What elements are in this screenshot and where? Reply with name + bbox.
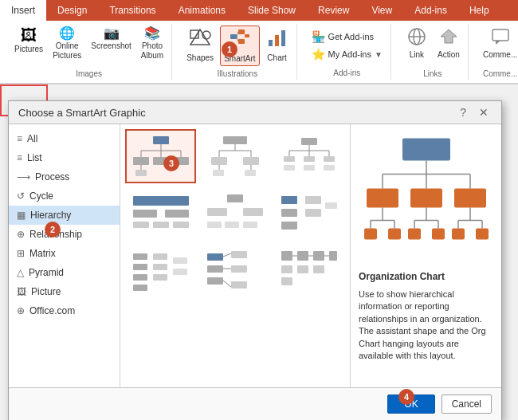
shapes-button[interactable]: Shapes — [183, 26, 217, 65]
cat-pyramid[interactable]: △ Pyramid — [9, 263, 120, 282]
dialog-help-button[interactable]: ? — [457, 106, 469, 119]
main-area: Choose a SmartArt Graphic ? ✕ ≡ All ≡ Li… — [0, 84, 518, 417]
thumb-7[interactable] — [125, 244, 196, 298]
get-addins-label: Get Add-ins — [328, 32, 374, 41]
thumb-8[interactable] — [199, 244, 270, 298]
cat-picture[interactable]: 🖼 Picture — [9, 282, 120, 301]
cat-hierarchy[interactable]: ▦ Hierarchy — [9, 206, 120, 225]
svg-rect-81 — [207, 277, 223, 285]
svg-rect-48 — [324, 156, 335, 162]
svg-line-84 — [223, 281, 231, 287]
shapes-icon — [189, 27, 211, 52]
svg-rect-87 — [231, 281, 247, 289]
thumb-2[interactable] — [199, 129, 270, 183]
online-pictures-button[interactable]: 🌐 OnlinePictures — [49, 26, 84, 62]
tab-insert[interactable]: Insert — [0, 0, 46, 21]
svg-rect-91 — [313, 251, 324, 261]
badge-number-2: 2 — [45, 222, 61, 237]
cat-process-icon: ⟶ — [17, 171, 30, 183]
cat-all-icon: ≡ — [17, 133, 22, 144]
cat-pyramid-icon: △ — [17, 267, 24, 278]
pictures-button[interactable]: 🖼 Pictures — [11, 26, 46, 56]
ribbon: Insert Design Transitions Animations Sli… — [0, 0, 518, 84]
dialog-overlay: Choose a SmartArt Graphic ? ✕ ≡ All ≡ Li… — [8, 100, 518, 417]
svg-rect-11 — [281, 30, 285, 46]
cat-list-label: List — [27, 152, 42, 163]
my-addins-button[interactable]: ⭐ My Add-ins ▼ — [308, 46, 386, 62]
tab-review[interactable]: Review — [307, 0, 360, 21]
get-addins-button[interactable]: 🏪 Get Add-ins — [308, 29, 386, 45]
cancel-button[interactable]: Cancel — [441, 394, 492, 414]
cat-list[interactable]: ≡ List — [9, 148, 120, 167]
illustrations-group-label: Illustrations — [218, 69, 258, 78]
comment-icon — [491, 27, 510, 49]
svg-rect-65 — [281, 209, 297, 217]
svg-rect-28 — [135, 170, 147, 176]
tab-addins[interactable]: Add-ins — [403, 0, 458, 21]
cat-matrix-label: Matrix — [29, 248, 56, 259]
category-panel: ≡ All ≡ List ⟶ Process ↺ Cycle — [9, 124, 120, 387]
comment-button[interactable]: Comme... — [480, 26, 518, 61]
svg-rect-9 — [269, 40, 273, 46]
cat-cycle[interactable]: ↺ Cycle — [9, 186, 120, 206]
svg-rect-123 — [476, 229, 489, 240]
link-button[interactable]: Link — [402, 26, 431, 61]
svg-rect-50 — [304, 165, 315, 171]
svg-rect-53 — [133, 210, 157, 218]
cat-relationship[interactable]: ⊕ Relationship — [9, 225, 120, 244]
cat-process[interactable]: ⟶ Process — [9, 167, 120, 186]
svg-rect-47 — [304, 156, 315, 162]
svg-rect-76 — [153, 274, 167, 281]
screenshot-button[interactable]: 📷 Screenshot — [88, 26, 135, 53]
chart-button[interactable]: Chart — [263, 26, 292, 65]
online-pictures-label: OnlinePictures — [53, 41, 81, 61]
links-items: Link Action — [402, 26, 463, 66]
photo-album-icon: 📚 — [144, 27, 160, 40]
screenshot-label: Screenshot — [91, 41, 131, 51]
tab-design[interactable]: Design — [46, 0, 98, 21]
svg-rect-63 — [243, 222, 257, 228]
svg-rect-93 — [281, 265, 292, 273]
comments-items: Comme... — [480, 26, 518, 66]
tab-view[interactable]: View — [360, 0, 403, 21]
comments-group-label: Comme... — [483, 69, 517, 78]
thumb-6[interactable] — [274, 186, 345, 241]
thumb-4[interactable] — [125, 186, 196, 241]
tab-animations[interactable]: Animations — [167, 0, 237, 21]
cat-cycle-icon: ↺ — [17, 190, 25, 202]
svg-rect-110 — [364, 229, 377, 240]
chart-icon — [266, 27, 288, 52]
svg-rect-90 — [297, 251, 308, 261]
cat-matrix[interactable]: ⊞ Matrix — [9, 244, 120, 263]
thumb-org-chart[interactable] — [125, 129, 196, 183]
svg-rect-94 — [281, 277, 292, 285]
ribbon-tabs: Insert Design Transitions Animations Sli… — [0, 0, 518, 21]
photo-album-button[interactable]: 📚 PhotoAlbum — [138, 26, 167, 62]
thumb-9[interactable] — [274, 244, 345, 298]
dialog-close-button[interactable]: ✕ — [476, 106, 492, 119]
svg-rect-74 — [153, 253, 167, 260]
cat-picture-icon: 🖼 — [17, 286, 26, 297]
tab-slideshow[interactable]: Slide Show — [237, 0, 307, 21]
preview-title: Organization Chart — [359, 271, 493, 282]
svg-rect-86 — [231, 265, 247, 273]
svg-rect-77 — [173, 257, 187, 264]
online-pictures-icon: 🌐 — [59, 27, 75, 40]
links-group-label: Links — [423, 69, 441, 78]
my-addins-dropdown[interactable]: ▼ — [375, 50, 383, 59]
svg-rect-122 — [452, 229, 465, 240]
svg-rect-54 — [165, 210, 189, 218]
cat-all[interactable]: ≡ All — [9, 129, 120, 148]
pictures-label: Pictures — [14, 45, 43, 54]
tab-transitions[interactable]: Transitions — [98, 0, 167, 21]
tab-help[interactable]: Help — [458, 0, 500, 21]
photo-album-label: PhotoAlbum — [141, 41, 163, 61]
thumb-3[interactable] — [274, 129, 345, 183]
action-icon — [439, 27, 458, 49]
action-button[interactable]: Action — [434, 26, 463, 61]
cat-officecom[interactable]: ⊕ Office.com — [9, 301, 120, 320]
dialog-body: ≡ All ≡ List ⟶ Process ↺ Cycle — [9, 124, 501, 387]
svg-rect-49 — [284, 165, 295, 171]
thumb-5[interactable] — [199, 186, 270, 241]
comment-label: Comme... — [483, 50, 517, 60]
